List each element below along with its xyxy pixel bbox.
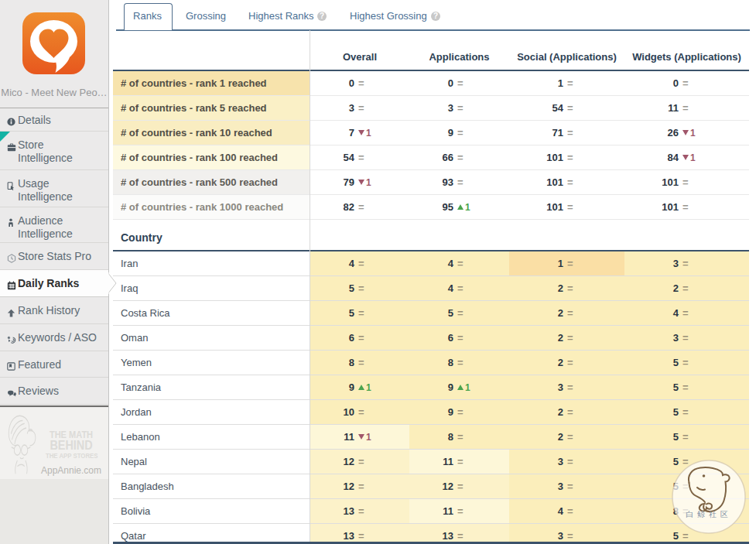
svg-text:白鲸社区: 白鲸社区 [686,510,732,518]
